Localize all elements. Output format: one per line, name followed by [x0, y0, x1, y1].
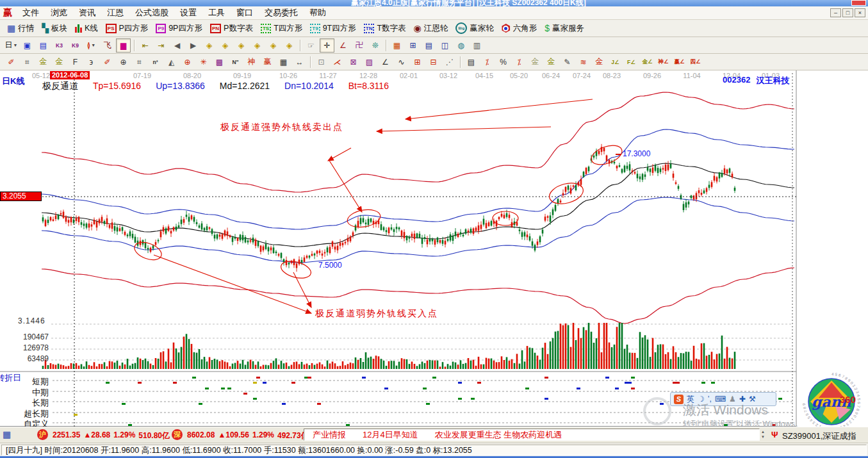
wan-symbol-button[interactable]: 卍 [352, 38, 366, 53]
draw-ruler-grid[interactable]: ▦ [276, 55, 291, 69]
winner-service-button[interactable]: $赢家服务 [545, 23, 584, 34]
winner-wheel-button[interactable]: Big赢家轮 [455, 22, 494, 34]
sectors-button[interactable]: ▚板块 [42, 23, 67, 34]
draw-shen-angle[interactable]: 神∠ [656, 55, 671, 69]
smart-tool-button[interactable]: ❊ [368, 38, 382, 53]
minimize-button[interactable]: – [830, 8, 841, 17]
remote-pc-button[interactable]: ▥ [470, 38, 484, 53]
draw-percent[interactable]: % [496, 55, 511, 69]
gann-wheel-button[interactable]: ◉江恩轮 [414, 23, 448, 34]
last-bar-button[interactable]: ⇥ [154, 38, 168, 53]
draw-j-angle[interactable]: J∠ [608, 55, 623, 69]
draw-box-corner[interactable]: ⊡ [314, 55, 329, 69]
lang-mode-label[interactable]: 英 [687, 395, 694, 403]
chart-area[interactable]: gann360456789012345678901234567890123456… [0, 70, 868, 427]
p-number-table-button[interactable]: PNP数字表 [210, 23, 253, 34]
draw-angle-lines[interactable]: ∠ [378, 55, 393, 69]
prev-bar-button[interactable]: ◀ [170, 38, 184, 53]
draw-time-rule[interactable]: ⌗ [132, 55, 147, 69]
draw-gold-ratio-2[interactable]: 金 [52, 55, 67, 69]
punctuation-icon[interactable]: ’, [708, 395, 712, 403]
calculator-button[interactable]: ⊞ [405, 38, 420, 53]
9p-square-button[interactable]: P99P四方形 [156, 23, 202, 34]
menu-item-5[interactable]: 公式选股 [129, 7, 174, 19]
keyboard-icon[interactable]: ⌨ [715, 395, 726, 403]
input-method-bar[interactable]: S英☽’,⌨♟✚⚒ [670, 392, 776, 406]
menu-item-7[interactable]: 工具 [202, 7, 231, 19]
spinner-up-icon[interactable]: ▲ [761, 429, 765, 434]
draw-span[interactable]: ↔ [292, 55, 307, 69]
web-update-button[interactable]: ◍ [454, 38, 468, 53]
reference-index-label[interactable]: SZ399001,深证成指 [782, 430, 856, 442]
menu-item-4[interactable]: 江恩 [101, 7, 129, 19]
ticker-spinner[interactable]: ▲ ▼ [761, 429, 765, 439]
draw-gold-angle[interactable]: 金∠ [640, 55, 655, 69]
next-bar-button[interactable]: ▶ [186, 38, 201, 53]
menu-item-10[interactable]: 帮助 [304, 7, 332, 19]
tools-icon[interactable]: ⚒ [749, 395, 756, 403]
crosshair-tool-button[interactable]: ✛ [320, 38, 334, 53]
draw-ying[interactable]: 赢 [260, 55, 275, 69]
info-panel-button[interactable]: ▤ [36, 38, 51, 53]
quote-table-icon[interactable]: ▦ [3, 429, 11, 439]
compress-right-button[interactable]: ◈ [218, 38, 233, 53]
draw-ink-pen[interactable]: ✎ [560, 55, 575, 69]
draw-wave-red[interactable]: ≋ [576, 55, 591, 69]
spinner-down-icon[interactable]: ▼ [761, 434, 765, 439]
kline-chart-canvas[interactable]: gann360456789012345678901234567890123456… [0, 70, 868, 427]
draw-n-square[interactable]: n² [148, 55, 163, 69]
candle-style-button[interactable]: ≬▼ [84, 38, 99, 53]
first-bar-button[interactable]: ⇤ [138, 38, 152, 53]
fly-indicator-button[interactable]: 飞 [100, 38, 115, 53]
draw-cycle-circle[interactable]: ⊕ [116, 55, 131, 69]
market-quotes-button[interactable]: ▦行情 [7, 23, 34, 34]
expand-all-button[interactable]: ◈ [266, 38, 281, 53]
skin-icon[interactable]: ✚ [739, 395, 746, 403]
draw-grid-a[interactable]: ⊞ [410, 55, 425, 69]
close-button[interactable]: × [855, 8, 865, 17]
expand-horizontal-button[interactable]: ◈ [234, 38, 249, 53]
draw-slashes[interactable]: ⋰ [442, 55, 457, 69]
news-ticker[interactable]: 产业情报 12月4日早知道 农业发展更重生态 生物农药迎机遇 [304, 429, 760, 441]
kline-button[interactable]: K线 [75, 23, 98, 34]
draw-shen[interactable]: 神 [244, 55, 259, 69]
t-square-button[interactable]: TST四方形 [261, 23, 302, 34]
titlebar-close-button[interactable] [851, 0, 866, 6]
draw-fibonacci[interactable]: F [68, 55, 83, 69]
draw-grid-b[interactable]: ⊟ [426, 55, 441, 69]
menu-item-2[interactable]: 浏览 [45, 7, 73, 19]
period-day-button[interactable]: 日▼ [4, 38, 19, 53]
title-bar[interactable]: 赢家江恩4.0正版[赢家行情服务平台] [汉王科技 SZ002362 400日K… [0, 0, 868, 6]
draw-box-hatch[interactable]: ▨ [362, 55, 377, 69]
draw-n-wave[interactable]: Ν" [228, 55, 243, 69]
draw-wave[interactable]: ∿ [394, 55, 409, 69]
moon-icon[interactable]: ☽ [698, 395, 705, 403]
k9-view-button[interactable]: K9 [68, 38, 83, 53]
sogou-logo-icon[interactable]: S [674, 395, 684, 404]
draw-starburst[interactable]: ✳ [196, 55, 211, 69]
p-square-button[interactable]: PSP四方形 [106, 23, 149, 34]
draw-target[interactable]: ⊕ [180, 55, 195, 69]
save-button[interactable]: ◫ [438, 38, 452, 53]
calendar-button[interactable]: ▦ [389, 38, 404, 53]
draw-pen-angle[interactable]: ✐ [100, 55, 115, 69]
hand-tool-button[interactable]: ☞ [304, 38, 318, 53]
draw-percent-band[interactable]: ⁒ [512, 55, 527, 69]
compress-horizontal-button[interactable]: ◈ [250, 38, 265, 53]
maximize-button[interactable]: □ [842, 8, 853, 17]
draw-time-grid[interactable]: ⌗ [20, 55, 35, 69]
draw-gann-fan[interactable]: ⋌ [330, 55, 345, 69]
window-cascade-button[interactable]: ▣ [20, 38, 35, 53]
compress-left-button[interactable]: ◈ [202, 38, 217, 53]
person-icon[interactable]: ♟ [729, 395, 736, 403]
draw-gold-line[interactable]: 金 [592, 55, 607, 69]
draw-f-angle[interactable]: F∠ [624, 55, 639, 69]
draw-four-angle[interactable]: 四∠ [688, 55, 703, 69]
histogram-button[interactable]: ▆ [116, 38, 131, 53]
t-number-table-button[interactable]: TNT数字表 [364, 23, 406, 34]
notes-button[interactable]: ▤ [422, 38, 436, 53]
menu-item-3[interactable]: 资讯 [73, 7, 101, 19]
compress-all-button[interactable]: ◈ [282, 38, 297, 53]
angle-tool-button[interactable]: ∠ [336, 38, 350, 53]
draw-spiral[interactable]: ϶ [84, 55, 99, 69]
